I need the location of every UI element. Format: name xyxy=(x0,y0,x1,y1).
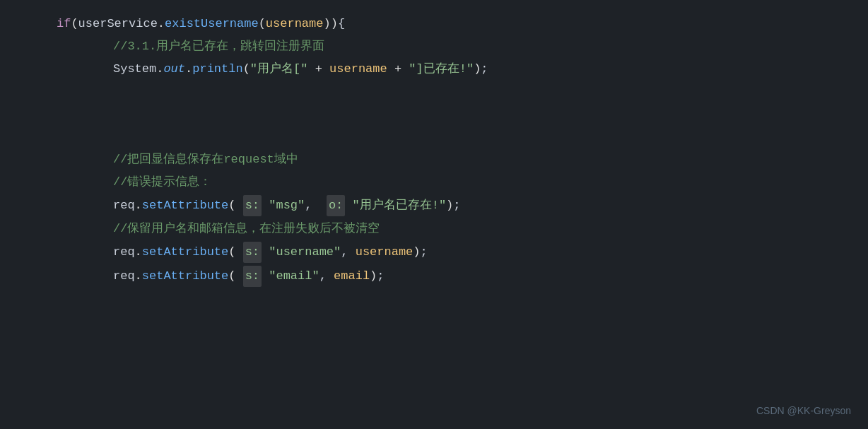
comment-baoliu: //保留用户名和邮箱信息，在注册失败后不被清空 xyxy=(113,219,380,239)
semi-3: ; xyxy=(421,242,428,262)
label-s-2: s: xyxy=(243,242,262,263)
op-plus2: + xyxy=(387,59,409,79)
semi-1: ; xyxy=(481,59,488,79)
comment-cuowu: //错误提示信息： xyxy=(113,172,211,192)
code-line-11: req.setAttribute( s: "username", usernam… xyxy=(0,240,868,264)
var-req-1: req xyxy=(113,196,135,216)
paren-sa2-open: ( xyxy=(228,242,242,262)
watermark: CSDN @KK-Greyson xyxy=(756,405,851,416)
dot3: . xyxy=(135,196,142,216)
string-2: "]已存在!" xyxy=(409,59,474,79)
fn-setattr-1: setAttribute xyxy=(142,196,228,216)
paren-println-open: ( xyxy=(243,59,250,79)
space3 xyxy=(262,242,269,262)
code-line-blank3 xyxy=(0,126,868,148)
space2 xyxy=(345,196,352,216)
keyword-if: if xyxy=(57,14,71,34)
var-userservice: userService xyxy=(78,14,158,34)
var-username-2: username xyxy=(356,242,414,262)
str-msg-val: "用户名已存在!" xyxy=(352,196,446,216)
dot2: . xyxy=(185,59,192,79)
paren-println-close: ) xyxy=(474,59,481,79)
code-line-12: req.setAttribute( s: "email", email); xyxy=(0,264,868,288)
space1 xyxy=(262,196,269,216)
paren: ( xyxy=(71,14,78,34)
dot: . xyxy=(158,14,165,34)
semi-4: ; xyxy=(377,266,384,286)
code-container: if(userService.existUsername(username)){… xyxy=(0,0,868,429)
dot5: . xyxy=(135,266,142,286)
paren-sa2-close: ) xyxy=(413,242,420,262)
method-out: out xyxy=(163,59,185,79)
code-line-1: if(userService.existUsername(username)){ xyxy=(0,13,868,35)
label-s-1: s: xyxy=(243,195,262,216)
paren-sa1-close: ) xyxy=(446,196,453,216)
comma1: , xyxy=(305,196,327,216)
label-o-1: o: xyxy=(327,195,345,216)
param-username: username xyxy=(266,14,324,34)
class-system: System xyxy=(113,59,156,79)
comma2: , xyxy=(341,242,355,262)
var-username-1: username xyxy=(329,59,387,79)
code-line-2: //3.1.用户名已存在，跳转回注册界面 xyxy=(0,35,868,58)
str-msg: "msg" xyxy=(269,196,305,216)
fn-setattr-3: setAttribute xyxy=(142,266,228,286)
code-line-7: //把回显信息保存在request域中 xyxy=(0,148,868,171)
paren-sa3-open: ( xyxy=(228,266,242,286)
brace-open: { xyxy=(338,14,345,34)
code-line-10: //保留用户名和邮箱信息，在注册失败后不被清空 xyxy=(0,218,868,240)
comma3: , xyxy=(319,266,334,286)
var-req-3: req xyxy=(113,266,135,286)
semi-2: ; xyxy=(453,196,460,216)
str-username: "username" xyxy=(269,242,341,262)
var-email: email xyxy=(334,266,370,286)
fn-existusername: existUsername xyxy=(165,14,259,34)
comment-31: //3.1.用户名已存在，跳转回注册界面 xyxy=(113,37,324,57)
dot1: . xyxy=(156,59,163,79)
method-println: println xyxy=(192,59,242,79)
comment-huishow: //把回显信息保存在request域中 xyxy=(113,150,298,170)
string-1: "用户名[" xyxy=(250,59,308,79)
paren-sa3-close: ) xyxy=(370,266,377,286)
str-email: "email" xyxy=(269,266,319,286)
paren-close: )) xyxy=(323,14,337,34)
var-req-2: req xyxy=(113,242,135,262)
paren-sa1-open: ( xyxy=(228,196,242,216)
code-line-blank1 xyxy=(0,81,868,103)
code-line-9: req.setAttribute( s: "msg", o: "用户名已存在!"… xyxy=(0,194,868,218)
op-plus1: + xyxy=(307,59,329,79)
dot4: . xyxy=(135,242,142,262)
paren-open: ( xyxy=(259,14,266,34)
code-line-blank2 xyxy=(0,103,868,126)
code-line-8: //错误提示信息： xyxy=(0,171,868,194)
space4 xyxy=(262,266,269,286)
fn-setattr-2: setAttribute xyxy=(142,242,228,262)
code-line-3: System.out.println("用户名[" + username + "… xyxy=(0,58,868,81)
label-s-3: s: xyxy=(243,266,262,287)
